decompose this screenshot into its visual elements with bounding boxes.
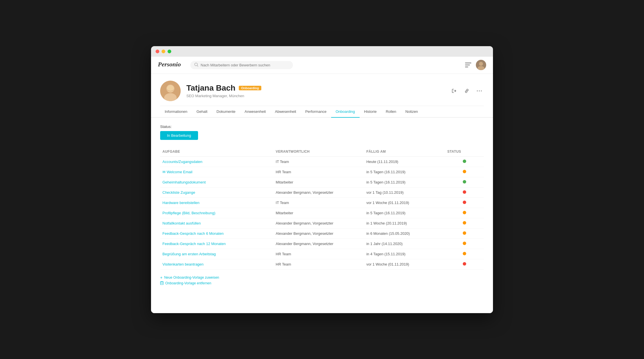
nav-tab-notizen[interactable]: Notizen	[401, 106, 423, 118]
main-content: Status: In Bearbeitung Aufgabe Verantwor…	[151, 118, 493, 293]
nav-tab-anwesenheit[interactable]: Anwesenheit	[240, 106, 270, 118]
table-row: Accounts/ZugangsdatenIT TeamHeute (11.11…	[160, 156, 484, 167]
task-link-9[interactable]: Begrüßung am ersten Arbeitstag	[162, 252, 216, 256]
nav-tab-historie[interactable]: Historie	[360, 106, 381, 118]
svg-point-11	[479, 90, 480, 91]
table-row: GeheimhaltungsdokumentMitarbeiterin 5 Ta…	[160, 177, 484, 187]
search-bar	[190, 61, 293, 69]
task-link-5[interactable]: Profilpflege (Bild, Beschreibung)	[162, 211, 215, 215]
svg-point-10	[477, 90, 478, 91]
task-link-6[interactable]: Notfallkontakt ausfüllen	[162, 221, 201, 225]
nav-tab-abwesenheit[interactable]: Abwesenheit	[270, 106, 301, 118]
table-row: Notfallkontakt ausfüllenAlexander Bergma…	[160, 218, 484, 228]
responsible-cell: HR Team	[274, 249, 364, 259]
status-cell	[445, 249, 484, 259]
svg-line-2	[197, 66, 198, 66]
link-icon[interactable]	[462, 86, 471, 95]
login-icon[interactable]	[450, 86, 459, 95]
due-cell: in 5 Tagen (16.11.2019)	[364, 208, 445, 218]
table-row: Begrüßung am ersten ArbeitstagHR Teamin …	[160, 249, 484, 259]
responsible-cell: Alexander Bergmann, Vorgesetzter	[274, 218, 364, 228]
status-dot-orange	[463, 170, 466, 173]
status-cell	[445, 238, 484, 249]
responsible-cell: HR Team	[274, 167, 364, 177]
col-header-task: Aufgabe	[160, 147, 274, 157]
status-cell	[445, 197, 484, 208]
task-link-2[interactable]: Geheimhaltungsdokument	[162, 180, 206, 184]
status-dot-orange	[463, 231, 466, 235]
task-table-body: Accounts/ZugangsdatenIT TeamHeute (11.11…	[160, 156, 484, 269]
new-template-link[interactable]: + Neue Onboarding-Vorlage zuweisen	[160, 275, 484, 280]
more-icon[interactable]	[475, 86, 484, 95]
status-dot-red	[463, 190, 466, 194]
col-header-responsible: Verantwortlich	[274, 147, 364, 157]
status-dot-orange	[463, 242, 466, 245]
task-link-3[interactable]: Checkliste Zugange	[162, 190, 195, 195]
profile-subtitle: SEO Marketing Manager, München	[186, 94, 444, 98]
due-cell: in 5 Tagen (16.11.2019)	[364, 177, 445, 187]
table-header: Aufgabe Verantwortlich Fällig am Status	[160, 147, 484, 157]
user-avatar[interactable]	[476, 60, 486, 70]
remove-template-label: Onboarding-Vorlage entfernen	[165, 281, 211, 285]
close-button[interactable]	[156, 50, 159, 53]
due-cell: in 5 Tagen (16.11.2019)	[364, 167, 445, 177]
status-dot-orange	[463, 221, 466, 225]
topbar: Personio	[151, 57, 493, 74]
responsible-cell: Mitarbeiter	[274, 208, 364, 218]
profile-name: Tatjana Bach Onboarding	[186, 83, 444, 93]
new-template-label: Neue Onboarding-Vorlage zuweisen	[164, 276, 219, 280]
due-cell: Heute (11.11.2019)	[364, 156, 445, 167]
status-button[interactable]: In Bearbeitung	[160, 131, 198, 140]
due-cell: in 1 Woche (20.11.2019)	[364, 218, 445, 228]
due-cell: in 6 Monaten (15.05.2020)	[364, 228, 445, 238]
due-cell: vor 1 Woche (01.11.2019)	[364, 197, 445, 208]
profile-actions	[450, 86, 484, 95]
status-dot-green	[463, 160, 466, 163]
remove-template-link[interactable]: Onboarding-Vorlage entfernen	[160, 281, 484, 286]
responsible-cell: IT Team	[274, 197, 364, 208]
table-row: ✉Welcome EmailHR Teamin 5 Tagen (16.11.2…	[160, 167, 484, 177]
task-link-0[interactable]: Accounts/Zugangsdaten	[162, 160, 202, 164]
task-table: Aufgabe Verantwortlich Fällig am Status …	[160, 147, 484, 270]
status-dot-red	[463, 201, 466, 204]
table-row: Feedback-Gespräch nach 6 MonatenAlexande…	[160, 228, 484, 238]
nav-tab-gehalt[interactable]: Gehalt	[192, 106, 212, 118]
status-cell	[445, 208, 484, 218]
status-cell	[445, 156, 484, 167]
search-input[interactable]	[201, 63, 289, 67]
status-cell	[445, 228, 484, 238]
nav-tabs: InformationenGehaltDokumenteAnwesenheitA…	[151, 106, 493, 118]
nav-tab-rollen[interactable]: Rollen	[381, 106, 401, 118]
responsible-cell: HR Team	[274, 259, 364, 269]
responsible-cell: IT Team	[274, 156, 364, 167]
status-dot-orange	[463, 252, 466, 255]
table-row: Checkliste ZugangeAlexander Bergmann, Vo…	[160, 187, 484, 197]
nav-tab-informationen[interactable]: Informationen	[160, 106, 192, 118]
nav-tab-dokumente[interactable]: Dokumente	[212, 106, 240, 118]
task-link-7[interactable]: Feedback-Gespräch nach 6 Monaten	[162, 231, 224, 236]
task-link-10[interactable]: Visitenkarten beantragen	[162, 262, 203, 266]
filter-icon[interactable]	[465, 63, 471, 67]
task-link-1[interactable]: ✉Welcome Email	[162, 170, 192, 174]
responsible-cell: Alexander Bergmann, Vorgesetzter	[274, 187, 364, 197]
status-cell	[445, 218, 484, 228]
minimize-button[interactable]	[162, 50, 165, 53]
table-row: Hardware bereitstellenIT Teamvor 1 Woche…	[160, 197, 484, 208]
due-cell: vor 1 Tag (10.11.2019)	[364, 187, 445, 197]
status-label: Status:	[160, 125, 484, 129]
task-link-4[interactable]: Hardware bereitstellen	[162, 201, 199, 205]
app-window: Personio	[151, 46, 493, 313]
svg-point-4	[479, 62, 483, 66]
status-dot-red	[463, 262, 466, 266]
nav-tab-onboarding[interactable]: Onboarding	[331, 106, 360, 118]
col-header-due: Fällig am	[364, 147, 445, 157]
email-icon: ✉	[162, 170, 166, 174]
maximize-button[interactable]	[168, 50, 171, 53]
footer-links: + Neue Onboarding-Vorlage zuweisen Onbo	[160, 275, 484, 286]
task-link-8[interactable]: Feedback-Gespräch nach 12 Monaten	[162, 242, 226, 246]
svg-rect-13	[160, 282, 163, 285]
status-dot-green	[463, 180, 466, 183]
nav-tab-performance[interactable]: Performance	[301, 106, 331, 118]
table-row: Profilpflege (Bild, Beschreibung)Mitarbe…	[160, 208, 484, 218]
logo: Personio	[158, 60, 184, 70]
